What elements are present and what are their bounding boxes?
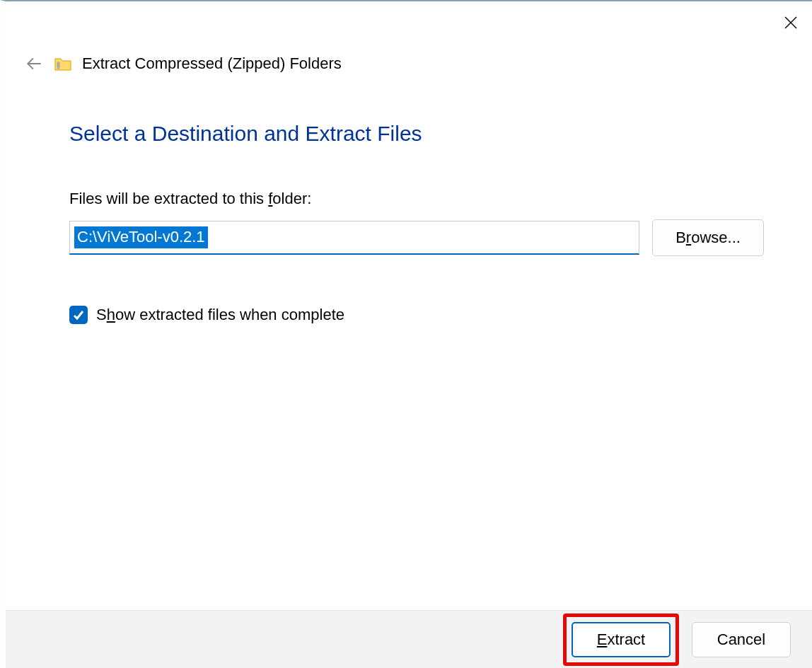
dialog-footer: Extract Cancel	[6, 610, 812, 668]
destination-row: C:\ViVeTool-v0.2.1 Browse...	[69, 219, 764, 256]
browse-post: owse...	[691, 229, 741, 246]
browse-button[interactable]: Browse...	[652, 219, 764, 256]
extract-post: xtract	[607, 630, 645, 648]
back-button[interactable]	[24, 54, 44, 74]
close-button[interactable]	[777, 8, 805, 37]
extract-accel: E	[597, 630, 608, 648]
highlight-annotation: Extract	[563, 614, 679, 666]
label-text-pre: Files will be extracted to this	[69, 190, 268, 207]
dialog-content: Select a Destination and Extract Files F…	[69, 122, 764, 324]
dialog-title: Extract Compressed (Zipped) Folders	[82, 54, 342, 73]
extract-button[interactable]: Extract	[572, 622, 671, 657]
show-files-row: Show extracted files when complete	[69, 306, 764, 324]
dialog-header: Extract Compressed (Zipped) Folders	[24, 54, 342, 74]
show-files-label: Show extracted files when complete	[96, 306, 344, 324]
cb-accel: h	[107, 306, 115, 323]
checkmark-icon	[72, 309, 85, 321]
browse-pre: B	[675, 229, 686, 246]
destination-path-value: C:\ViVeTool-v0.2.1	[74, 226, 208, 248]
cb-post: ow extracted files when complete	[115, 306, 344, 323]
content-heading: Select a Destination and Extract Files	[69, 122, 764, 146]
zip-folder-icon	[54, 54, 72, 73]
label-text-post: older:	[272, 190, 311, 207]
cb-pre: S	[96, 306, 107, 323]
show-files-checkbox[interactable]	[69, 306, 88, 324]
cancel-button[interactable]: Cancel	[692, 622, 791, 657]
destination-label: Files will be extracted to this folder:	[69, 190, 764, 208]
svg-rect-3	[57, 62, 59, 69]
destination-input[interactable]: C:\ViVeTool-v0.2.1	[69, 221, 639, 255]
close-icon	[784, 16, 798, 30]
arrow-left-icon	[25, 54, 43, 73]
extract-dialog: Extract Compressed (Zipped) Folders Sele…	[0, 0, 812, 668]
